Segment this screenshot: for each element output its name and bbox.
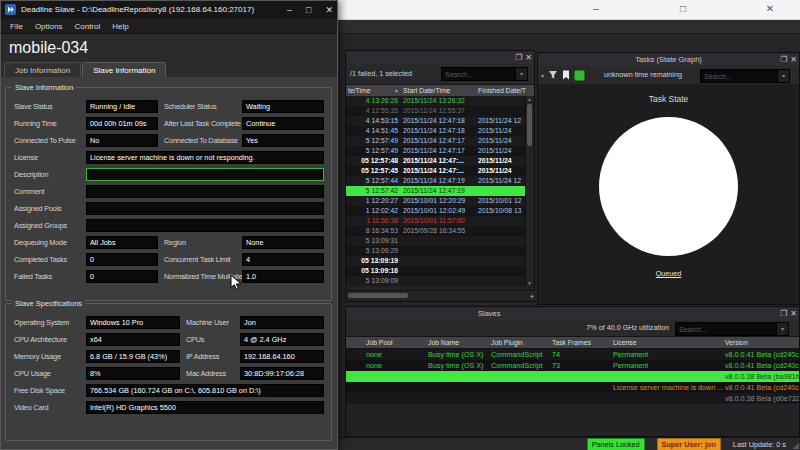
panels-locked-badge[interactable]: Panels Locked <box>587 438 645 450</box>
field-value[interactable]: License server machine is down or not re… <box>86 151 324 164</box>
graph-search-input[interactable] <box>701 70 777 82</box>
slave-row[interactable]: v8.0.0.38 Beta (ba981f8 <box>346 371 799 382</box>
field-value[interactable]: Waiting <box>242 100 324 113</box>
field-value[interactable]: Jon <box>240 316 324 329</box>
monitor-close-button[interactable]: ✕ <box>760 2 780 16</box>
slaves-column-version[interactable]: Version <box>725 337 799 348</box>
field-value[interactable]: None <box>242 236 324 249</box>
monitor-maximize-button[interactable]: □ <box>673 2 693 16</box>
notes-icon[interactable] <box>574 70 585 81</box>
scrollbar-thumb[interactable] <box>527 104 532 146</box>
field-value[interactable] <box>86 168 324 181</box>
graph-float-icon[interactable]: ❐ <box>780 53 787 66</box>
task-row[interactable]: 4 12:55:35 2015/11/24 12:55:37 <box>346 106 528 116</box>
task-row[interactable]: 5 12:57:49 2015/11/24 12:47:17 2015/11/2… <box>346 136 528 146</box>
graph-search-dropdown-icon[interactable]: ▾ <box>777 70 789 82</box>
slaves-column-license[interactable]: License <box>613 337 725 348</box>
field-value[interactable]: Yes <box>242 134 324 147</box>
slaves-column-job-plugin[interactable]: Job Plugin <box>491 337 552 348</box>
field-value[interactable]: No <box>86 134 158 147</box>
menu-item-control[interactable]: Control <box>69 22 105 31</box>
task-row[interactable]: 05 13:09:19 <box>346 256 528 266</box>
window-maximize-button[interactable]: □ <box>306 1 311 19</box>
field-value[interactable]: 4 @ 2.4 GHz <box>240 333 324 346</box>
field-value[interactable]: 192.168.64.160 <box>240 350 324 363</box>
scrollbar-thumb[interactable] <box>348 293 408 298</box>
task-row[interactable]: 05 12:57:48 2015/11/24 12:47:... 2015/11… <box>346 156 528 166</box>
task-row[interactable]: 4 13:26:26 2015/11/24 13:26:32 <box>346 96 528 106</box>
field-value[interactable] <box>86 202 324 215</box>
graph-toolbar: ▾ unknown time remaining ▾ <box>538 66 799 85</box>
task-row[interactable]: 05 13:09:16 <box>346 266 528 276</box>
slaves-close-icon[interactable]: ✕ <box>790 307 797 320</box>
field-value[interactable]: All Jobs <box>86 236 158 249</box>
slaves-column-job-pool[interactable]: Job Pool <box>366 337 428 348</box>
task-row[interactable]: 5 12:57:44 2015/11/24 12:47:19 2015/11/2… <box>346 176 528 186</box>
task-row[interactable]: 8 16:34:53 2015/09/28 16:34:55 <box>346 226 528 236</box>
field-value[interactable]: 00d 00h 01m 09s <box>86 117 158 130</box>
tasks-search-dropdown-icon[interactable]: ▾ <box>515 68 527 80</box>
slaves-column-task-frames[interactable]: Task Frames <box>552 337 613 348</box>
resize-grip-icon[interactable]: ◢ <box>793 441 799 450</box>
task-row[interactable]: 1 12:20:27 2015/10/01 12:20:29 2015/10/0… <box>346 196 528 206</box>
monitor-minimize-button[interactable]: – <box>586 2 606 16</box>
tasks-search-input[interactable] <box>442 68 515 80</box>
graph-options-dropdown-icon[interactable]: ▾ <box>541 72 544 79</box>
filter-icon[interactable] <box>548 70 558 80</box>
field-value[interactable]: 0 <box>86 253 158 266</box>
field-value[interactable]: 8% <box>86 367 180 380</box>
menu-item-options[interactable]: Options <box>30 22 68 31</box>
task-row[interactable]: 5 13:09:29 <box>346 246 528 256</box>
tasks-column-start[interactable]: Start Date/Time <box>401 85 478 96</box>
window-close-button[interactable]: ✕ <box>325 1 333 19</box>
window-minimize-button[interactable]: – <box>287 1 292 19</box>
task-row[interactable]: 1 11:56:38 2015/10/01 11:57:00 <box>346 216 528 226</box>
scroll-up-icon[interactable]: ▴ <box>526 96 533 102</box>
tab-slave-information[interactable]: Slave Information <box>82 62 166 78</box>
slave-row[interactable]: License server machine is down ... v8.0.… <box>346 382 799 393</box>
field-value[interactable]: 6.8 GB / 15.9 GB (43%) <box>86 350 180 363</box>
task-row[interactable]: 05 12:57:45 2015/11/24 12:47:... 2015/11… <box>346 166 528 176</box>
field-value[interactable]: Continue <box>242 117 324 130</box>
graph-close-icon[interactable]: ✕ <box>790 53 797 66</box>
slaves-search-dropdown-icon[interactable]: ▾ <box>776 323 788 335</box>
tasks-vertical-scrollbar[interactable]: ▴ ▾ <box>525 96 533 286</box>
menu-item-file[interactable]: File <box>5 22 28 31</box>
field-value[interactable] <box>86 219 324 232</box>
slave-row[interactable]: v8.0.0.38 Beta (d0e7326 <box>346 393 799 404</box>
scroll-right-icon[interactable]: ▸ <box>531 292 534 299</box>
slave-row[interactable]: none Busy time (OS X) CommandScript 74 P… <box>346 349 799 360</box>
slave-row[interactable]: none Busy time (OS X) CommandScript 73 P… <box>346 360 799 371</box>
field-value[interactable]: 1.0 <box>242 270 324 283</box>
tasks-horizontal-scrollbar[interactable]: ▸ <box>346 290 535 300</box>
menu-item-help[interactable]: Help <box>107 22 133 31</box>
tasks-column-finished[interactable]: Finished Date/T <box>478 85 534 96</box>
tasks-column-date[interactable]: te/Time <box>346 85 401 96</box>
super-user-badge[interactable]: Super User: jon <box>657 438 721 450</box>
tasks-close-icon[interactable]: ✕ <box>525 51 532 64</box>
task-row[interactable]: 4 14:51:45 2015/11/24 12:47:18 2015/11/2… <box>346 126 528 136</box>
task-row[interactable]: 5 12:57:42 2015/11/24 12:47:19 <box>346 186 528 196</box>
tasks-float-icon[interactable]: ❐ <box>515 51 522 64</box>
task-row[interactable]: 5 12:57:49 2015/11/24 12:47:17 2015/11/2… <box>346 146 528 156</box>
slaves-float-icon[interactable]: ❐ <box>780 307 787 320</box>
legend-item-queued[interactable]: Queued <box>656 269 682 278</box>
field-value[interactable]: 766.534 GB (160.724 GB on C:\, 605.810 G… <box>86 384 324 397</box>
tab-job-information[interactable]: Job Information <box>4 62 81 78</box>
field-value[interactable]: 30:8D:99:17:06:28 <box>240 367 324 380</box>
field-value[interactable]: Intel(R) HD Graphics 5500 <box>86 401 324 414</box>
field-value[interactable]: Running / Idle <box>86 100 158 113</box>
task-row[interactable]: 5 13:09:31 <box>346 236 528 246</box>
task-row[interactable]: 5 13:09:09 <box>346 276 528 286</box>
scroll-down-icon[interactable]: ▾ <box>526 280 533 286</box>
field-value[interactable]: 0 <box>86 270 158 283</box>
slaves-search-input[interactable] <box>676 323 776 335</box>
task-row[interactable]: 1 12:02:42 2015/10/01 12:02:49 2015/10/0… <box>346 206 528 216</box>
bookmark-icon[interactable] <box>562 70 570 80</box>
field-value[interactable]: x64 <box>86 333 180 346</box>
task-row[interactable]: 4 14:53:15 2015/11/24 12:47:18 2015/11/2… <box>346 116 528 126</box>
field-value[interactable]: Windows 10 Pro <box>86 316 180 329</box>
slaves-column-job-name[interactable]: Job Name <box>428 337 491 348</box>
field-value[interactable]: 4 <box>242 253 324 266</box>
field-value[interactable] <box>86 185 324 198</box>
